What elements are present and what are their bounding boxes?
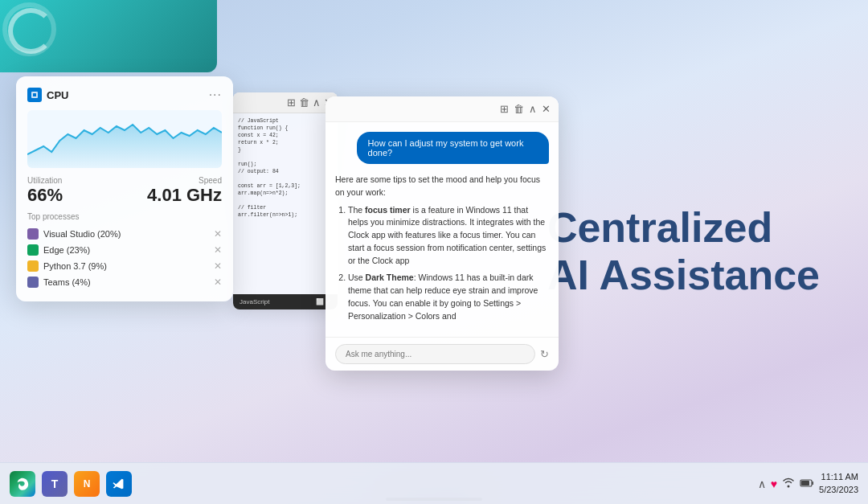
user-message-bubble: How can I adjust my system to get work d… xyxy=(357,132,549,164)
process-close[interactable]: ✕ xyxy=(214,277,222,288)
utilization-value: 66% xyxy=(27,185,63,206)
taskbar: T N ∧ ♥ xyxy=(0,462,868,504)
grid-icon[interactable]: ⊞ xyxy=(287,96,296,109)
process-name: Teams (4%) xyxy=(43,277,91,287)
cpu-header: CPU ··· xyxy=(27,88,222,102)
cpu-menu-dots[interactable]: ··· xyxy=(209,88,222,102)
svg-rect-4 xyxy=(813,481,814,485)
taskbar-icon-vscode[interactable] xyxy=(106,471,132,497)
close-icon[interactable]: ✕ xyxy=(542,103,551,115)
svg-rect-1 xyxy=(33,93,36,96)
svg-rect-3 xyxy=(801,481,809,486)
taskbar-clock[interactable]: 11:11 AM 5/23/2023 xyxy=(819,471,858,496)
script-content: // JavaScript function run() { const x =… xyxy=(233,113,338,294)
cpu-widget: CPU ··· Utilization 66% xyxy=(16,76,233,301)
process-close[interactable]: ✕ xyxy=(214,260,222,272)
cpu-stats: Utilization 66% Speed 4.01 GHz xyxy=(27,176,222,206)
cpu-title: CPU xyxy=(47,89,68,101)
chat-input[interactable] xyxy=(335,344,535,364)
taskbar-icon-norton[interactable]: N xyxy=(74,471,100,497)
script-toolbar: ⊞ 🗑 ∧ ✕ xyxy=(233,92,338,113)
windows-area: CPU ··· Utilization 66% xyxy=(0,0,868,462)
ai-intro: Here are some tips to set the mood and h… xyxy=(335,174,549,199)
chevron-up-icon[interactable]: ∧ xyxy=(529,103,537,115)
script-footer: JavaScript ⬜ ⤢ xyxy=(233,294,338,309)
process-item: Edge (23%) ✕ xyxy=(27,242,222,258)
script-line: arr.filter(n=>n>1); xyxy=(238,212,333,218)
taskbar-tray: ∧ ♥ xyxy=(758,477,814,490)
script-line: const arr = [1,2,3]; xyxy=(238,183,333,189)
script-language: JavaScript xyxy=(240,298,269,305)
script-line: // output: 84 xyxy=(238,169,333,174)
script-line xyxy=(238,176,333,182)
clock-date: 5/23/2023 xyxy=(819,484,858,496)
process-item: Teams (4%) ✕ xyxy=(27,274,222,290)
taskbar-left: T N xyxy=(10,471,132,497)
clock-time: 11:11 AM xyxy=(819,471,858,483)
tray-wifi-icon xyxy=(782,477,795,490)
grid-icon[interactable]: ⊞ xyxy=(500,103,509,115)
taskbar-right: ∧ ♥ 11:11 AM 5/23/2023 xyxy=(758,471,858,496)
tray-heart-icon: ♥ xyxy=(771,477,777,490)
cpu-icon xyxy=(27,88,42,102)
send-icon[interactable]: ↻ xyxy=(540,348,549,360)
script-panel: ⊞ 🗑 ∧ ✕ // JavaScript function run() { c… xyxy=(233,92,338,309)
chat-input-area: ↻ xyxy=(326,337,559,371)
script-line: } xyxy=(238,147,333,153)
top-left-widget xyxy=(0,0,217,72)
cpu-chart xyxy=(27,110,222,168)
chat-messages: How can I adjust my system to get work d… xyxy=(326,122,559,337)
utilization-label: Utilization xyxy=(27,176,63,185)
chat-toolbar: ⊞ 🗑 ∧ ✕ xyxy=(326,96,559,122)
edge-icon xyxy=(27,244,39,256)
process-item: Visual Studio (20%) ✕ xyxy=(27,226,222,242)
script-line: function run() { xyxy=(238,125,333,131)
script-line: return x * 2; xyxy=(238,140,333,145)
script-line: run(); xyxy=(238,162,333,167)
script-line: const x = 42; xyxy=(238,133,333,138)
trash-icon[interactable]: 🗑 xyxy=(514,103,524,115)
cpu-header-left: CPU xyxy=(27,88,68,102)
script-line xyxy=(238,198,333,203)
script-line: // JavaScript xyxy=(238,118,333,124)
process-close[interactable]: ✕ xyxy=(214,228,222,240)
script-line xyxy=(238,154,333,160)
collapse-icon[interactable]: ∧ xyxy=(313,96,321,109)
ai-step-2: Use Dark Theme: Windows 11 has a built-i… xyxy=(348,272,549,322)
process-close[interactable]: ✕ xyxy=(214,244,222,256)
python-icon xyxy=(27,260,39,272)
processes-label: Top processes xyxy=(27,212,222,221)
script-line: // filter xyxy=(238,205,333,211)
vs-icon xyxy=(27,228,39,240)
teams-icon xyxy=(27,277,39,288)
delete-icon[interactable]: 🗑 xyxy=(299,96,309,109)
script-line: arr.map(n=>n*2); xyxy=(238,191,333,196)
process-name: Edge (23%) xyxy=(43,245,90,255)
ai-chat-panel: ⊞ 🗑 ∧ ✕ How can I adjust my system to ge… xyxy=(326,96,559,371)
process-name: Python 3.7 (9%) xyxy=(43,261,107,271)
speed-value: 4.01 GHz xyxy=(147,185,222,206)
cpu-top-processes: Top processes Visual Studio (20%) ✕ Edge… xyxy=(27,212,222,290)
tray-battery-icon xyxy=(800,477,814,490)
process-item: Python 3.7 (9%) ✕ xyxy=(27,258,222,274)
ai-step-1: The focus timer is a feature in Windows … xyxy=(348,204,549,268)
ai-response: Here are some tips to set the mood and h… xyxy=(335,174,549,322)
taskbar-icon-teams[interactable]: T xyxy=(42,471,68,497)
process-name: Visual Studio (20%) xyxy=(43,229,121,239)
tray-chevron-icon[interactable]: ∧ xyxy=(758,477,766,490)
taskbar-icon-edge[interactable] xyxy=(10,471,35,497)
speed-label: Speed xyxy=(147,176,222,185)
